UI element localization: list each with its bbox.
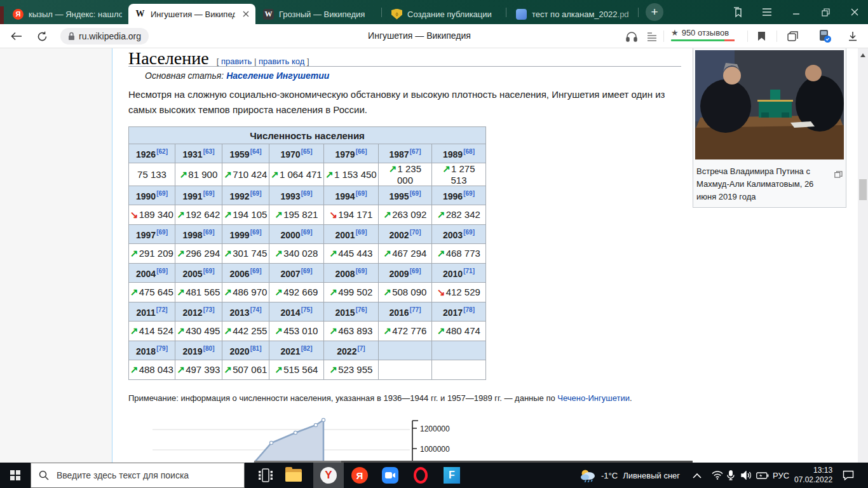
footnote-ref-link[interactable]: [66] <box>356 148 367 155</box>
footnote-ref-link[interactable]: [71] <box>463 268 475 274</box>
reviews-widget[interactable]: ★ 950 отзывов <box>671 28 738 41</box>
footnote-ref-link[interactable]: [76] <box>356 306 367 313</box>
year-header-cell: 2000[69] <box>269 225 324 244</box>
footnote-ref-link[interactable]: [69] <box>410 190 421 197</box>
volume-button[interactable] <box>741 463 752 488</box>
tab-grozny[interactable]: W Грозный — Википедия <box>257 4 380 24</box>
year-header-cell: 1979[66] <box>324 144 379 163</box>
magnify-icon[interactable] <box>834 169 843 182</box>
tab-yandex-search[interactable]: Я кызыл — Яндекс: нашлось <box>6 4 128 24</box>
microphone-button[interactable] <box>727 463 735 488</box>
footnote-ref-link[interactable]: [77] <box>410 306 421 313</box>
wifi-button[interactable] <box>712 463 723 488</box>
footnote-ref-link[interactable]: [75] <box>301 306 313 313</box>
battery-icon <box>756 472 769 479</box>
tab-panel-icon[interactable] <box>731 6 745 18</box>
battery-button[interactable] <box>756 463 769 488</box>
yandex-app-button[interactable]: Я <box>346 463 374 488</box>
tab-pdf[interactable]: тест по алканам_2022.pdf <box>510 4 635 24</box>
page-scrollbar[interactable] <box>858 48 868 463</box>
footnote-ref-link[interactable]: [81] <box>250 345 262 352</box>
restore-button[interactable] <box>818 6 832 18</box>
footnote-ref-link[interactable]: [62] <box>156 148 168 155</box>
footnote-ref-link[interactable]: [82] <box>301 345 313 352</box>
file-explorer-button[interactable] <box>280 463 308 488</box>
footnote-ref-link[interactable]: [78] <box>463 306 475 313</box>
tab-ingushetia-active[interactable]: W Ингушетия — Википед <box>128 4 255 24</box>
tab-close-icon[interactable] <box>243 10 249 19</box>
tab-publication[interactable]: ⬨ Создание публикации <box>385 4 505 24</box>
footnote-ref-link[interactable]: [69] <box>203 268 215 274</box>
footnote-ref-link[interactable]: [7] <box>357 345 365 352</box>
opera-button[interactable] <box>407 463 435 488</box>
protect-sync-icon[interactable] <box>817 29 832 44</box>
url-text: ru.wikipedia.org <box>79 31 141 41</box>
footnote-ref-link[interactable]: [73] <box>203 306 215 313</box>
trend-up-icon: ↗ <box>130 325 139 336</box>
footnote-ref-link[interactable]: [70] <box>410 229 421 236</box>
footnote-ref-link[interactable]: [69] <box>463 229 475 236</box>
footnote-ref-link[interactable]: [69] <box>156 229 168 236</box>
footnote-ref-link[interactable]: [69] <box>156 190 168 197</box>
taskbar-search[interactable] <box>31 463 245 488</box>
y-tick-label: 1000000 <box>420 445 450 454</box>
bookmark-flag-icon[interactable] <box>754 29 769 44</box>
trend-up-icon: ↗ <box>180 169 188 180</box>
footnote-ref-link[interactable]: [69] <box>250 229 262 236</box>
yandex-browser-button[interactable]: Y <box>313 463 344 488</box>
window-close-button[interactable] <box>848 6 862 18</box>
f-app-icon: F <box>444 467 460 484</box>
action-center-button[interactable] <box>843 463 854 488</box>
collections-icon[interactable] <box>785 29 801 44</box>
clock[interactable]: 13:13 07.02.2022 <box>794 463 831 488</box>
footnote-ref-link[interactable]: [69] <box>356 268 367 274</box>
footnote-ref-link[interactable]: [69] <box>301 229 313 236</box>
year-header-cell: 1970[65] <box>269 144 324 163</box>
footnote-ref-link[interactable]: [69] <box>203 229 215 236</box>
footnote-ref-link[interactable]: [69] <box>203 190 215 197</box>
note-link[interactable]: Чечено-Ингушетии <box>557 393 630 403</box>
footnote-ref-link[interactable]: [65] <box>301 148 313 155</box>
language-indicator[interactable]: РУС <box>773 463 789 488</box>
footnote-ref-link[interactable]: [69] <box>301 268 313 274</box>
downloads-icon[interactable] <box>845 29 860 44</box>
listen-headphones-icon[interactable] <box>624 29 639 44</box>
menu-icon[interactable] <box>760 6 774 18</box>
putin-meeting-photo[interactable] <box>695 50 844 159</box>
footnote-ref-link[interactable]: [69] <box>250 190 262 197</box>
footnote-ref-link[interactable]: [63] <box>203 148 215 155</box>
footnote-ref-link[interactable]: [69] <box>250 268 262 274</box>
reload-button[interactable] <box>34 29 50 44</box>
task-view-button[interactable] <box>252 463 280 488</box>
minimize-button[interactable] <box>789 6 803 18</box>
footnote-ref-link[interactable]: [80] <box>203 345 215 352</box>
address-bar[interactable]: ru.wikipedia.org <box>60 28 149 44</box>
search-icon <box>39 470 49 480</box>
footnote-ref-link[interactable]: [69] <box>156 268 168 274</box>
reader-mode-icon[interactable] <box>644 29 660 44</box>
f-app-button[interactable]: F <box>438 463 466 488</box>
start-button[interactable] <box>0 463 31 488</box>
scrollbar-thumb[interactable] <box>859 179 867 200</box>
tray-chevron[interactable] <box>693 463 702 488</box>
back-button[interactable] <box>9 29 24 44</box>
search-input[interactable] <box>55 470 223 481</box>
footnote-ref-link[interactable]: [72] <box>156 306 168 313</box>
footnote-ref-link[interactable]: [64] <box>250 148 262 155</box>
footnote-ref-link[interactable]: [79] <box>156 345 168 352</box>
footnote-ref-link[interactable]: [67] <box>410 148 421 155</box>
zoom-button[interactable] <box>376 463 404 488</box>
footnote-ref-link[interactable]: [69] <box>410 268 421 274</box>
scroll-up-arrow-icon[interactable] <box>860 53 865 57</box>
edit-link[interactable]: править <box>221 57 252 66</box>
footnote-ref-link[interactable]: [69] <box>356 190 367 197</box>
footnote-ref-link[interactable]: [68] <box>463 148 475 155</box>
footnote-ref-link[interactable]: [74] <box>250 306 262 313</box>
edit-code-link[interactable]: править код <box>259 57 304 66</box>
footnote-ref-link[interactable]: [69] <box>301 190 313 197</box>
footnote-ref-link[interactable]: [69] <box>463 190 475 197</box>
main-article-link[interactable]: Население Ингушетии <box>226 71 329 81</box>
weather-widget[interactable]: -1°C Ливневый снег <box>580 463 680 488</box>
new-tab-button[interactable]: + <box>646 3 663 21</box>
footnote-ref-link[interactable]: [69] <box>356 229 367 236</box>
